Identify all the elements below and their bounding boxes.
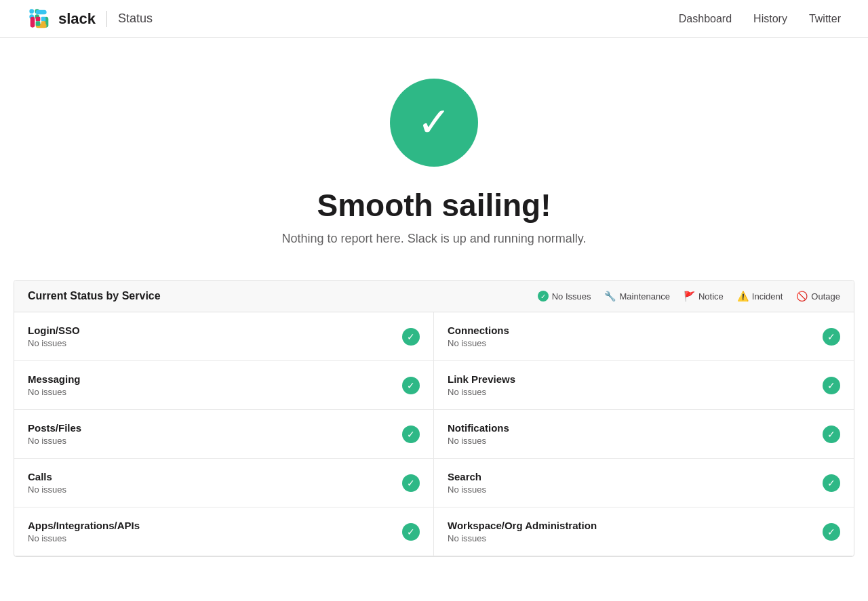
legend-warning-icon: ⚠️ (737, 291, 749, 302)
svg-rect-8 (36, 16, 41, 21)
service-status: No issues (448, 436, 509, 446)
site-header: slack Status Dashboard History Twitter (0, 0, 868, 38)
service-status: No issues (448, 533, 597, 543)
svg-rect-9 (41, 16, 46, 21)
service-status: No issues (448, 484, 486, 495)
service-name: Search (448, 471, 486, 482)
legend-no-issues: ✓ No Issues (538, 291, 591, 302)
hero-section: ✓ Smooth sailing! Nothing to report here… (0, 38, 868, 280)
service-info: Login/SSO No issues (28, 325, 80, 348)
legend-maintenance: 🔧 Maintenance (604, 291, 669, 302)
legend-maintenance-label: Maintenance (619, 291, 669, 302)
service-name: Workspace/Org Administration (448, 520, 597, 531)
service-info: Apps/Integrations/APIs No issues (28, 520, 140, 543)
service-ok-icon: ✓ (823, 523, 840, 541)
service-status: No issues (448, 338, 509, 348)
service-ok-icon: ✓ (823, 426, 840, 443)
legend-flag-icon: 🚩 (684, 291, 695, 302)
legend-stop-icon: 🚫 (796, 291, 808, 302)
service-status: No issues (28, 387, 81, 397)
service-cell: Apps/Integrations/APIs No issues ✓ (14, 507, 434, 556)
svg-rect-5 (36, 9, 47, 14)
logo-wordmark: slack (58, 10, 96, 28)
legend-incident: ⚠️ Incident (737, 291, 783, 302)
status-table-title: Current Status by Service (28, 290, 161, 302)
service-ok-icon: ✓ (402, 328, 420, 346)
nav-dashboard[interactable]: Dashboard (679, 13, 732, 25)
header-divider (106, 11, 107, 27)
service-info: Search No issues (448, 471, 486, 495)
service-name: Calls (28, 471, 66, 482)
legend-incident-label: Incident (752, 291, 783, 302)
service-ok-icon: ✓ (402, 377, 420, 394)
legend-outage-label: Outage (811, 291, 840, 302)
status-legend: ✓ No Issues 🔧 Maintenance 🚩 Notice ⚠️ In… (538, 291, 840, 302)
service-status: No issues (28, 436, 81, 446)
service-cell: Posts/Files No issues ✓ (14, 410, 434, 459)
slack-logo: slack (27, 7, 96, 31)
service-name: Link Previews (448, 373, 515, 385)
service-info: Link Previews No issues (448, 373, 515, 397)
legend-notice: 🚩 Notice (684, 291, 724, 302)
service-name: Apps/Integrations/APIs (28, 520, 140, 531)
status-ok-circle: ✓ (390, 79, 478, 167)
service-info: Notifications No issues (448, 422, 509, 446)
service-cell: Login/SSO No issues ✓ (14, 312, 434, 361)
header-nav: Dashboard History Twitter (679, 13, 841, 25)
legend-wrench-icon: 🔧 (604, 291, 616, 302)
svg-rect-11 (41, 21, 46, 26)
service-ok-icon: ✓ (823, 474, 840, 492)
nav-history[interactable]: History (753, 13, 787, 25)
service-name: Messaging (28, 373, 81, 385)
checkmark-icon: ✓ (417, 102, 451, 143)
service-ok-icon: ✓ (402, 474, 420, 492)
service-cell: Search No issues ✓ (434, 459, 854, 507)
service-status: No issues (28, 338, 80, 348)
svg-rect-0 (29, 9, 34, 14)
service-cell: Workspace/Org Administration No issues ✓ (434, 507, 854, 556)
service-name: Posts/Files (28, 422, 81, 434)
service-ok-icon: ✓ (402, 426, 420, 443)
service-name: Notifications (448, 422, 509, 434)
service-cell: Calls No issues ✓ (14, 459, 434, 507)
slack-logo-icon (27, 7, 52, 31)
service-cell: Notifications No issues ✓ (434, 410, 854, 459)
svg-rect-4 (31, 16, 35, 27)
service-cell: Messaging No issues ✓ (14, 361, 434, 410)
status-table: Current Status by Service ✓ No Issues 🔧 … (14, 280, 854, 557)
legend-notice-label: Notice (698, 291, 724, 302)
service-ok-icon: ✓ (402, 523, 420, 541)
service-status: No issues (28, 533, 140, 543)
service-info: Calls No issues (28, 471, 66, 495)
service-status: No issues (28, 484, 66, 495)
services-grid: Login/SSO No issues ✓ Connections No iss… (14, 312, 854, 556)
service-name: Login/SSO (28, 325, 80, 336)
svg-rect-10 (36, 21, 41, 26)
service-info: Messaging No issues (28, 373, 81, 397)
header-logo-area: slack Status (27, 7, 153, 31)
header-page-title: Status (118, 12, 153, 26)
service-name: Connections (448, 325, 509, 336)
status-table-header: Current Status by Service ✓ No Issues 🔧 … (14, 281, 854, 312)
service-cell: Link Previews No issues ✓ (434, 361, 854, 410)
service-info: Workspace/Org Administration No issues (448, 520, 597, 543)
legend-outage: 🚫 Outage (796, 291, 840, 302)
hero-subtitle: Nothing to report here. Slack is up and … (282, 232, 587, 246)
service-ok-icon: ✓ (823, 328, 840, 346)
service-info: Connections No issues (448, 325, 509, 348)
service-ok-icon: ✓ (823, 377, 840, 394)
service-status: No issues (448, 387, 515, 397)
legend-no-issues-label: No Issues (552, 291, 591, 302)
nav-twitter[interactable]: Twitter (809, 13, 841, 25)
legend-check-icon: ✓ (538, 291, 549, 302)
hero-title: Smooth sailing! (317, 187, 551, 224)
service-info: Posts/Files No issues (28, 422, 81, 446)
service-cell: Connections No issues ✓ (434, 312, 854, 361)
